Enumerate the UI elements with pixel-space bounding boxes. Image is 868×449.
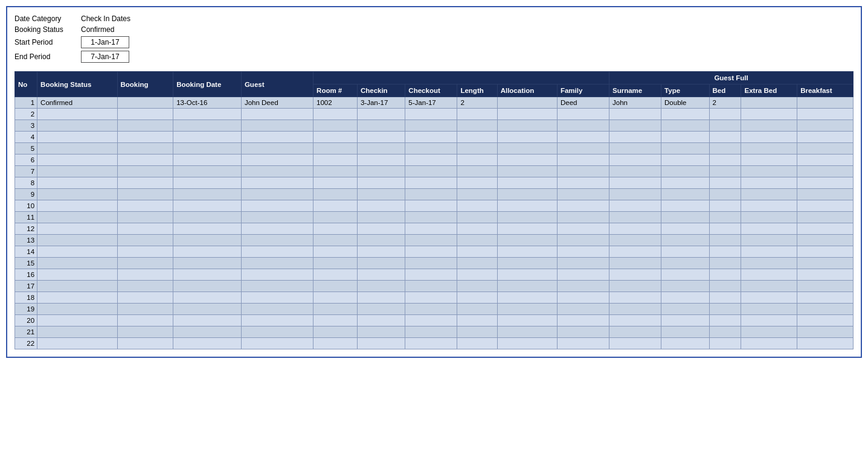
table-cell bbox=[557, 338, 609, 349]
table-cell bbox=[609, 235, 661, 246]
table-cell bbox=[457, 258, 497, 269]
table-cell bbox=[609, 315, 661, 326]
table-cell bbox=[797, 223, 854, 235]
table-row: 11 bbox=[15, 212, 854, 223]
table-cell bbox=[709, 258, 741, 269]
table-cell bbox=[37, 212, 117, 223]
table-cell bbox=[457, 109, 497, 120]
date-category-row: Date Category Check In Dates bbox=[14, 14, 854, 23]
table-cell bbox=[661, 189, 709, 200]
col-booking-date: Booking Date bbox=[173, 72, 242, 97]
table-cell bbox=[173, 154, 242, 166]
table-cell bbox=[557, 258, 609, 269]
col-family: Family bbox=[557, 84, 609, 97]
table-cell bbox=[661, 166, 709, 177]
header-row-1: No Booking Status Booking Booking Date G… bbox=[15, 72, 854, 84]
table-cell bbox=[497, 292, 557, 304]
table-cell bbox=[709, 189, 741, 200]
table-cell bbox=[173, 200, 242, 212]
table-cell bbox=[37, 281, 117, 292]
table-cell bbox=[313, 132, 358, 143]
table-cell bbox=[357, 292, 405, 304]
col-group-empty bbox=[313, 72, 609, 84]
table-cell bbox=[497, 338, 557, 349]
table-cell bbox=[117, 212, 173, 223]
table-cell bbox=[741, 109, 797, 120]
table-cell bbox=[797, 154, 854, 166]
table-cell bbox=[661, 120, 709, 132]
table-cell bbox=[497, 166, 557, 177]
table-cell bbox=[37, 154, 117, 166]
table-cell bbox=[405, 177, 457, 189]
table-cell bbox=[241, 269, 313, 281]
table-cell bbox=[557, 269, 609, 281]
table-cell bbox=[313, 304, 358, 315]
table-row: 13 bbox=[15, 235, 854, 246]
col-breakfast: Breakfast bbox=[797, 84, 854, 97]
table-cell bbox=[357, 177, 405, 189]
table-cell bbox=[117, 177, 173, 189]
table-cell bbox=[797, 200, 854, 212]
table-cell bbox=[405, 120, 457, 132]
table-row: 1Confirmed13-Oct-16John Deed10023-Jan-17… bbox=[15, 97, 854, 109]
table-cell bbox=[37, 258, 117, 269]
col-allocation: Allocation bbox=[497, 84, 557, 97]
table-container: No Booking Status Booking Booking Date G… bbox=[14, 71, 854, 349]
table-cell bbox=[741, 154, 797, 166]
table-cell bbox=[609, 200, 661, 212]
table-cell bbox=[37, 132, 117, 143]
table-cell bbox=[609, 143, 661, 154]
table-cell bbox=[797, 166, 854, 177]
table-cell bbox=[557, 143, 609, 154]
table-cell bbox=[117, 97, 173, 109]
table-cell bbox=[457, 246, 497, 258]
table-cell bbox=[117, 143, 173, 154]
table-cell: John bbox=[609, 97, 661, 109]
table-cell: 10 bbox=[15, 200, 37, 212]
table-row: 22 bbox=[15, 338, 854, 349]
table-cell bbox=[797, 132, 854, 143]
table-cell bbox=[709, 200, 741, 212]
table-cell bbox=[609, 154, 661, 166]
table-cell bbox=[741, 200, 797, 212]
table-cell bbox=[357, 258, 405, 269]
table-cell bbox=[661, 235, 709, 246]
table-cell bbox=[117, 235, 173, 246]
table-cell bbox=[557, 166, 609, 177]
table-cell bbox=[609, 177, 661, 189]
table-cell bbox=[405, 109, 457, 120]
table-cell bbox=[457, 326, 497, 338]
table-cell bbox=[557, 189, 609, 200]
table-cell bbox=[497, 97, 557, 109]
table-cell bbox=[117, 269, 173, 281]
col-no: No bbox=[15, 72, 37, 97]
table-cell bbox=[173, 246, 242, 258]
table-cell bbox=[741, 132, 797, 143]
table-cell bbox=[405, 292, 457, 304]
col-booking: Booking bbox=[117, 72, 173, 97]
table-cell: Confirmed bbox=[37, 97, 117, 109]
table-cell bbox=[741, 177, 797, 189]
table-cell bbox=[741, 304, 797, 315]
table-cell bbox=[457, 166, 497, 177]
table-cell bbox=[313, 338, 358, 349]
table-cell bbox=[497, 269, 557, 281]
table-cell bbox=[557, 109, 609, 120]
table-cell bbox=[609, 292, 661, 304]
table-cell bbox=[797, 109, 854, 120]
table-cell bbox=[661, 143, 709, 154]
table-cell bbox=[117, 304, 173, 315]
table-cell bbox=[457, 338, 497, 349]
table-cell: 19 bbox=[15, 304, 37, 315]
table-cell bbox=[557, 132, 609, 143]
table-cell bbox=[117, 326, 173, 338]
table-cell: 15 bbox=[15, 258, 37, 269]
table-cell bbox=[609, 212, 661, 223]
table-cell bbox=[557, 292, 609, 304]
table-cell bbox=[357, 269, 405, 281]
table-cell bbox=[661, 315, 709, 326]
table-cell bbox=[709, 281, 741, 292]
booking-status-row: Booking Status Confirmed bbox=[14, 25, 854, 34]
table-cell bbox=[357, 143, 405, 154]
table-cell: 2 bbox=[457, 97, 497, 109]
